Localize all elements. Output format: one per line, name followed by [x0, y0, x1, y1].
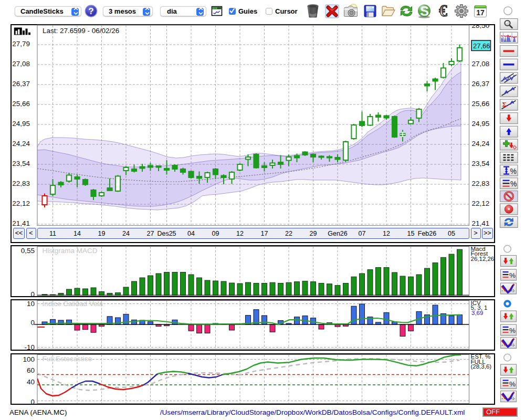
svg-text:60: 60 — [27, 366, 35, 374]
svg-text:40: 40 — [27, 378, 35, 386]
svg-text:Full:Estocastico: Full:Estocastico — [43, 355, 92, 363]
svg-text:0: 0 — [30, 398, 35, 406]
svg-text:(28,3,6): (28,3,6) — [471, 363, 492, 370]
svg-text:100: 100 — [23, 355, 35, 363]
